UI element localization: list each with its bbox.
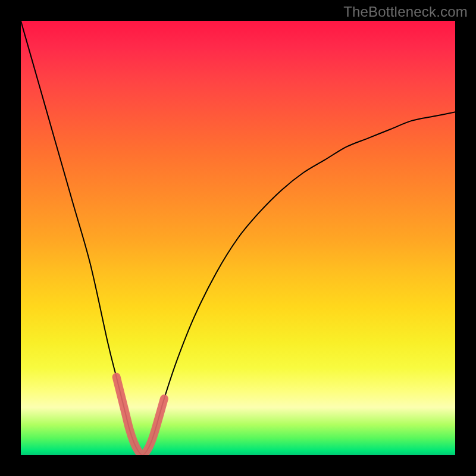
trough-highlight: [117, 377, 164, 455]
plot-area: [21, 21, 455, 455]
chart-svg: [21, 21, 455, 455]
outer-frame: TheBottleneck.com: [0, 0, 476, 476]
bottleneck-curve: [21, 21, 455, 455]
watermark-text: TheBottleneck.com: [343, 4, 468, 20]
